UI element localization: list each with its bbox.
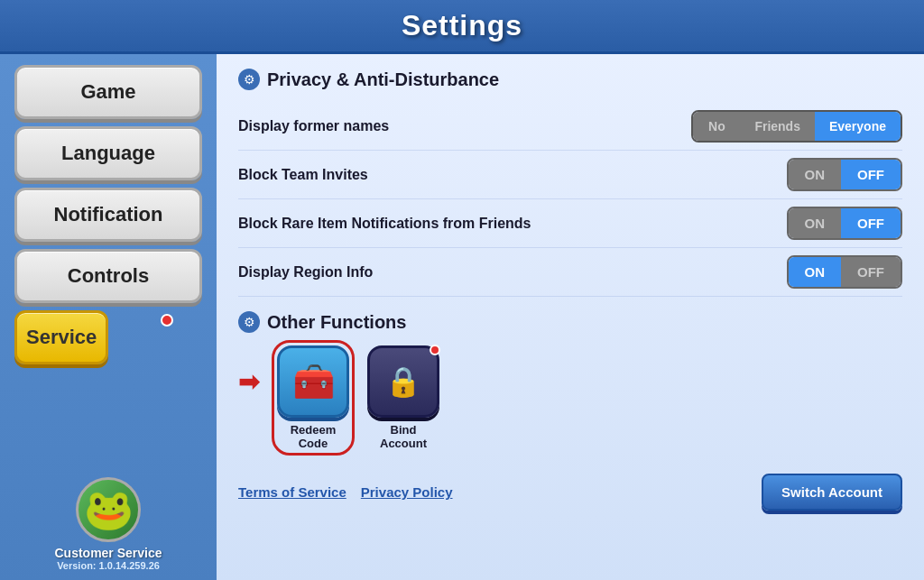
display-former-names-toggle[interactable]: No Friends Everyone xyxy=(691,110,902,143)
bottom-links: Terms of Service Privacy Policy xyxy=(238,484,453,500)
bind-account-dot xyxy=(430,345,440,355)
redeem-code-label: RedeemCode xyxy=(291,423,337,450)
functions-icons-row: ➡ 🧰 RedeemCode 🔒 BindAccount xyxy=(238,345,902,450)
version-label: Version: 1.0.14.259.26 xyxy=(57,560,160,571)
toggle-everyone[interactable]: Everyone xyxy=(815,112,901,141)
redeem-code-button[interactable]: 🧰 RedeemCode xyxy=(277,345,349,450)
settings-header: Settings xyxy=(0,0,924,54)
display-region-info-row: Display Region Info ON OFF xyxy=(238,248,902,297)
block-team-invites-toggle[interactable]: ON OFF xyxy=(787,158,903,191)
switch-account-button[interactable]: Switch Account xyxy=(762,474,902,511)
other-functions-section: ⚙ Other Functions ➡ 🧰 RedeemCode xyxy=(238,311,902,450)
display-region-info-label: Display Region Info xyxy=(238,264,373,281)
display-region-info-toggle[interactable]: ON OFF xyxy=(787,255,903,289)
privacy-section-title: Privacy & Anti-Disturbance xyxy=(267,69,499,90)
sidebar-item-game[interactable]: Game xyxy=(14,65,202,119)
block-team-invites-label: Block Team Invites xyxy=(238,167,368,183)
bottom-bar: Terms of Service Privacy Policy Switch A… xyxy=(238,465,902,511)
toggle-off-team[interactable]: OFF xyxy=(841,160,901,189)
sidebar: Game Language Notification Controls Serv… xyxy=(0,54,217,580)
privacy-section-header: ⚙ Privacy & Anti-Disturbance xyxy=(238,69,902,90)
block-rare-notifications-label: Block Rare Item Notifications from Frien… xyxy=(238,216,531,232)
display-former-names-label: Display former names xyxy=(238,118,389,134)
block-rare-notifications-toggle[interactable]: ON OFF xyxy=(787,207,903,240)
other-functions-header: ⚙ Other Functions xyxy=(238,311,902,333)
toggle-on-region[interactable]: ON xyxy=(789,257,842,287)
block-team-invites-row: Block Team Invites ON OFF xyxy=(238,151,902,199)
toggle-on-team[interactable]: ON xyxy=(789,160,842,189)
toggle-on-rare[interactable]: ON xyxy=(789,208,842,238)
content-area: ⚙ Privacy & Anti-Disturbance Display for… xyxy=(217,54,924,580)
terms-of-service-link[interactable]: Terms of Service xyxy=(238,484,346,500)
toggle-off-region[interactable]: OFF xyxy=(841,257,901,287)
other-functions-title: Other Functions xyxy=(267,312,406,333)
toggle-no[interactable]: No xyxy=(693,112,740,141)
customer-service-label: Customer Service xyxy=(54,546,162,560)
display-former-names-row: Display former names No Friends Everyone xyxy=(238,103,902,151)
lock-icon: 🔒 xyxy=(385,364,421,399)
toggle-friends[interactable]: Friends xyxy=(740,112,815,141)
privacy-policy-link[interactable]: Privacy Policy xyxy=(361,484,453,500)
redeem-code-icon-box: 🧰 xyxy=(277,345,349,418)
other-functions-icon: ⚙ xyxy=(238,311,260,333)
sidebar-item-language[interactable]: Language xyxy=(14,126,202,180)
bind-account-icon-box: 🔒 xyxy=(367,345,439,418)
privacy-icon: ⚙ xyxy=(238,69,260,90)
main-layout: Game Language Notification Controls Serv… xyxy=(0,54,924,580)
bind-account-label: BindAccount xyxy=(380,423,427,450)
page-title: Settings xyxy=(402,9,522,41)
sidebar-item-notification[interactable]: Notification xyxy=(14,188,202,242)
bind-account-button[interactable]: 🔒 BindAccount xyxy=(367,345,439,450)
block-rare-notifications-row: Block Rare Item Notifications from Frien… xyxy=(238,199,902,248)
sidebar-item-controls[interactable]: Controls xyxy=(14,249,202,303)
customer-service-area: 🐸 Customer Service Version: 1.0.14.259.2… xyxy=(14,470,202,571)
sidebar-item-service[interactable]: Service xyxy=(14,310,108,364)
redeem-arrow-icon: ➡ xyxy=(238,367,259,397)
service-notification-dot xyxy=(161,314,173,327)
avatar: 🐸 xyxy=(76,477,141,542)
toggle-off-rare[interactable]: OFF xyxy=(841,208,901,238)
